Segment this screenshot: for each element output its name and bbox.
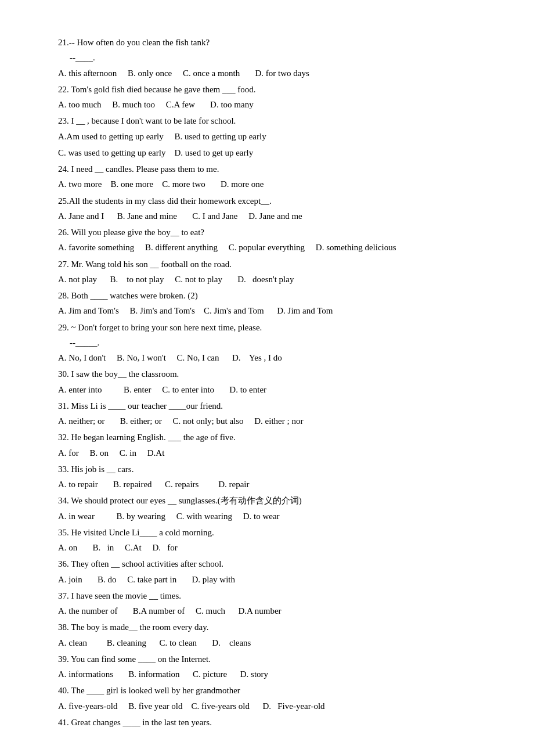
q34-text: 34. We should protect our eyes __ sungla… xyxy=(58,493,488,508)
q25-text: 25.All the students in my class did thei… xyxy=(58,193,488,208)
q37-options: A. the number of B.A number of C. much D… xyxy=(58,603,488,618)
q31-options: A. neither; or B. either; or C. not only… xyxy=(58,413,488,429)
question-22: 22. Tom's gold fish died because he gave… xyxy=(58,82,488,113)
q39-options: A. informations B. information C. pictur… xyxy=(58,667,488,682)
q24-options: A. two more B. one more C. more two D. m… xyxy=(58,177,488,192)
q36-text: 36. They often __ school activities afte… xyxy=(58,556,488,571)
question-27: 27. Mr. Wang told his son __ football on… xyxy=(58,257,488,287)
question-31: 31. Miss Li is ____ our teacher ____our … xyxy=(58,398,488,429)
question-38: 38. The boy is made__ the room every day… xyxy=(58,620,488,650)
q40-options: A. five-years-old B. five year old C. fi… xyxy=(58,699,488,714)
q34-options: A. in wear B. by wearing C. with wearing… xyxy=(58,509,488,524)
question-25: 25.All the students in my class did thei… xyxy=(58,193,488,224)
questions-container: 21.-- How often do you clean the fish ta… xyxy=(58,35,488,730)
question-34: 34. We should protect our eyes __ sungla… xyxy=(58,493,488,524)
question-23: 23. I __ , because I don't want to be la… xyxy=(58,113,488,160)
q21-subtext: --____. xyxy=(70,50,488,65)
q28-options: A. Jim and Tom's B. Jim's and Tom's C. J… xyxy=(58,303,488,318)
q32-text: 32. He began learning English. ___ the a… xyxy=(58,430,488,445)
question-35: 35. He visited Uncle Li____ a cold morni… xyxy=(58,525,488,556)
q29-text: 29. ~ Don't forget to bring your son her… xyxy=(58,320,488,335)
q29-options: A. No, I don't B. No, I won't C. No, I c… xyxy=(58,350,488,365)
q22-text: 22. Tom's gold fish died because he gave… xyxy=(58,82,488,97)
q35-options: A. on B. in C.At D. for xyxy=(58,540,488,555)
question-36: 36. They often __ school activities afte… xyxy=(58,556,488,587)
q24-text: 24. I need __ candles. Please pass them … xyxy=(58,161,488,177)
q27-text: 27. Mr. Wang told his son __ football on… xyxy=(58,257,488,272)
q38-text: 38. The boy is made__ the room every day… xyxy=(58,620,488,635)
question-29: 29. ~ Don't forget to bring your son her… xyxy=(58,320,488,366)
q25-options: A. Jane and I B. Jane and mine C. I and … xyxy=(58,208,488,224)
q31-text: 31. Miss Li is ____ our teacher ____our … xyxy=(58,398,488,413)
question-37: 37. I have seen the movie __ times. A. t… xyxy=(58,588,488,619)
q40-text: 40. The ____ girl is looked well by her … xyxy=(58,683,488,698)
q33-options: A. to repair B. repaired C. repairs D. r… xyxy=(58,477,488,492)
q21-text: 21.-- How often do you clean the fish ta… xyxy=(58,35,488,50)
question-30: 30. I saw the boy__ the classroom. A. en… xyxy=(58,366,488,397)
q36-options: A. join B. do C. take part in D. play wi… xyxy=(58,572,488,587)
question-40: 40. The ____ girl is looked well by her … xyxy=(58,683,488,714)
question-39: 39. You can find some ____ on the Intern… xyxy=(58,651,488,682)
q29-subtext: --_____. xyxy=(70,335,488,350)
q41-text: 41. Great changes ____ in the last ten y… xyxy=(58,715,488,730)
q33-text: 33. His job is __ cars. xyxy=(58,462,488,477)
q26-options: A. favorite something B. different anyth… xyxy=(58,240,488,255)
question-41: 41. Great changes ____ in the last ten y… xyxy=(58,715,488,730)
q21-options: A. this afternoon B. only once C. once a… xyxy=(58,66,488,81)
q37-text: 37. I have seen the movie __ times. xyxy=(58,588,488,603)
question-32: 32. He began learning English. ___ the a… xyxy=(58,430,488,460)
q23-options-a: A.Am used to getting up early B. used to… xyxy=(58,129,488,144)
q23-text: 23. I __ , because I don't want to be la… xyxy=(58,113,488,128)
question-24: 24. I need __ candles. Please pass them … xyxy=(58,161,488,192)
q27-options: A. not play B. to not play C. not to pla… xyxy=(58,272,488,287)
question-21: 21.-- How often do you clean the fish ta… xyxy=(58,35,488,81)
question-26: 26. Will you please give the boy__ to ea… xyxy=(58,225,488,255)
q28-text: 28. Both ____ watches were broken. (2) xyxy=(58,288,488,303)
question-28: 28. Both ____ watches were broken. (2) A… xyxy=(58,288,488,319)
q22-options: A. too much B. much too C.A few D. too m… xyxy=(58,97,488,112)
q35-text: 35. He visited Uncle Li____ a cold morni… xyxy=(58,525,488,540)
question-33: 33. His job is __ cars. A. to repair B. … xyxy=(58,462,488,492)
q39-text: 39. You can find some ____ on the Intern… xyxy=(58,651,488,667)
q23-options-b: C. was used to getting up early D. used … xyxy=(58,145,488,160)
q38-options: A. clean B. cleaning C. to clean D. clea… xyxy=(58,635,488,650)
q30-text: 30. I saw the boy__ the classroom. xyxy=(58,366,488,381)
q32-options: A. for B. on C. in D.At xyxy=(58,445,488,460)
q26-text: 26. Will you please give the boy__ to ea… xyxy=(58,225,488,240)
q30-options: A. enter into B. enter C. to enter into … xyxy=(58,382,488,397)
